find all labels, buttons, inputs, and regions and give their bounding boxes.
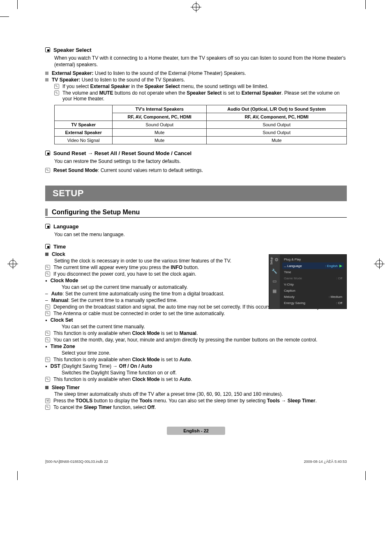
speaker-table: TV's Internal Speakers Audio Out (Optica… — [54, 105, 347, 144]
text: If you disconnect the power cord, you ha… — [53, 271, 196, 277]
td: Sound Output — [207, 121, 347, 129]
note-line: ✎ This function is only available when C… — [45, 376, 347, 382]
tools-icon: ⚒ — [45, 398, 50, 403]
list-item: External Speaker: Used to listen to the … — [45, 70, 347, 76]
bullet-time-zone: Time Zone — [45, 344, 347, 349]
osd-item-language[interactable]: Language : English▶ — [282, 262, 344, 269]
body-text: When you watch TV with it connecting to … — [54, 55, 347, 68]
note-icon: ✎ — [45, 357, 50, 362]
row-head: TV Speaker — [55, 121, 113, 129]
osd-item-energy-saving[interactable]: Energy Saving: Off — [282, 300, 344, 306]
note-icon: ✎ — [45, 168, 50, 173]
note-icon: ✎ — [45, 304, 50, 309]
heading-bar-icon — [45, 209, 48, 216]
body-text: Setting the clock is necessary in order … — [54, 258, 260, 264]
note-line: ⚒ Press the TOOLS button to display the … — [45, 398, 347, 404]
osd-sidebar: Setup ⚙ 🔧 ▭ ▦ — [269, 255, 280, 309]
text: External Speaker: Used to listen to the … — [52, 70, 246, 76]
title-text: Language — [53, 223, 78, 230]
osd-item-time[interactable]: Time — [282, 269, 344, 275]
text: DST (Daylight Saving Time) → Off / On / … — [51, 363, 152, 369]
row-head: Video No Signal — [55, 137, 113, 144]
text: The volume and MUTE buttons do not opera… — [62, 90, 347, 102]
app-icon: ▦ — [272, 288, 277, 294]
heading-speaker-select: Speaker Select — [45, 47, 347, 53]
setup-banner: SETUP — [45, 186, 347, 201]
text: Sleep Timer — [52, 385, 80, 390]
heading-language: Language — [45, 223, 347, 230]
body-text: You can set the current time manually. — [62, 324, 347, 330]
bullet-icon — [45, 72, 48, 75]
text: To cancel the Sleep Timer function, sele… — [53, 404, 156, 410]
text: The Antenna or cable must be connected i… — [53, 311, 225, 316]
title-text: Speaker Select — [53, 47, 92, 53]
text: If you select External Speaker in the Sp… — [62, 84, 268, 89]
note-icon: ✎ — [45, 337, 50, 342]
osd-item-caption[interactable]: Caption — [282, 288, 344, 294]
square-marker-icon — [45, 244, 50, 249]
note-line: ✎ The Antenna or cable must be connected… — [45, 311, 347, 316]
square-marker-icon — [45, 47, 50, 52]
text: Press the TOOLS button to display the To… — [53, 398, 317, 404]
osd-main: Plug & Play Language : English▶ Time Gam… — [280, 255, 346, 309]
title-text: Sound Reset → Reset All / Reset Sound Mo… — [53, 150, 191, 156]
text: This function is only available when Clo… — [53, 376, 192, 382]
th: RF, AV, Component, PC, HDMI — [207, 113, 347, 121]
page-badge: English - 22 — [167, 427, 225, 435]
td: Mute — [113, 129, 207, 137]
td: Mute — [113, 137, 207, 144]
osd-setup-panel: Setup ⚙ 🔧 ▭ ▦ Plug & Play Language : Eng… — [269, 254, 347, 309]
th: RF, AV, Component, PC, HDMI — [113, 113, 207, 121]
osd-item-game-mode[interactable]: Game Mode: Off — [282, 275, 344, 281]
text: Auto: Set the current time automatically… — [51, 291, 225, 297]
meta-left: [500-NA]BN68-01883Q-00L03.indb 22 — [45, 460, 108, 464]
note-line: ✎ You can set the month, day, year, hour… — [45, 337, 347, 343]
text: This function is only available when Clo… — [53, 330, 198, 336]
note-icon: ✎ — [54, 84, 59, 89]
text: Clock — [52, 251, 65, 257]
body-text: You can restore the Sound settings to th… — [54, 158, 347, 165]
body-text: You can set the menu language. — [54, 231, 251, 238]
page-content: Speaker Select When you watch TV with it… — [0, 0, 392, 480]
text: TV Speaker: Used to listen to the sound … — [52, 77, 185, 83]
gear-icon: ⚙ — [274, 257, 279, 263]
text: Clock Mode — [51, 278, 78, 283]
note-icon: ✎ — [54, 91, 59, 95]
note-line: ✎ This function is only available when C… — [45, 330, 347, 336]
note-line: ✎ This function is only available when C… — [45, 357, 347, 362]
note-icon: ✎ — [45, 377, 50, 382]
osd-item-melody[interactable]: Melody: Medium — [282, 294, 344, 300]
bullet-dst: DST (Daylight Saving Time) → Off / On / … — [45, 363, 347, 369]
note-line: ✎ The volume and MUTE buttons do not ope… — [54, 90, 347, 102]
heading-sound-reset: Sound Reset → Reset All / Reset Sound Mo… — [45, 150, 347, 156]
text: The current time will appear every time … — [53, 265, 199, 270]
note-icon: ✎ — [45, 405, 50, 410]
subheading-sleep-timer: Sleep Timer — [45, 385, 347, 390]
note-icon: ✎ — [45, 265, 50, 270]
td: Sound Output — [113, 121, 207, 129]
note-icon: ✎ — [45, 272, 50, 276]
list-item: TV Speaker: Used to listen to the sound … — [45, 77, 347, 83]
osd-side-label: Setup — [270, 257, 273, 265]
bullet-icon — [45, 78, 48, 81]
page-footer: English - 22 — [45, 427, 347, 435]
text: This function is only available when Clo… — [53, 357, 192, 362]
osd-item-plug-play[interactable]: Plug & Play — [282, 256, 344, 262]
note-icon: ✎ — [45, 311, 50, 316]
td: Sound Output — [207, 129, 347, 137]
wrench-icon: 🔧 — [272, 269, 277, 274]
th: TV's Internal Speakers — [113, 105, 207, 113]
body-text: The sleep timer automatically shuts off … — [54, 391, 347, 397]
text: Time Zone — [51, 344, 75, 349]
bullet-icon — [45, 386, 48, 389]
bullet-clock-set: Clock Set — [45, 317, 347, 323]
text: Clock Set — [51, 317, 73, 323]
config-title: Configuring the Setup Menu — [52, 209, 140, 216]
title-text: Time — [53, 244, 66, 250]
input-icon: ▭ — [272, 279, 277, 284]
meta-right: 2009-08-14 ¿ÀÈÄ 5:40:53 — [304, 460, 347, 464]
heading-time: Time — [45, 244, 347, 250]
note-line: ✎ Reset Sound Mode: Current sound values… — [45, 167, 347, 173]
body-text: Select your time zone. — [62, 350, 347, 356]
osd-item-vchip[interactable]: V-Chip — [282, 281, 344, 288]
